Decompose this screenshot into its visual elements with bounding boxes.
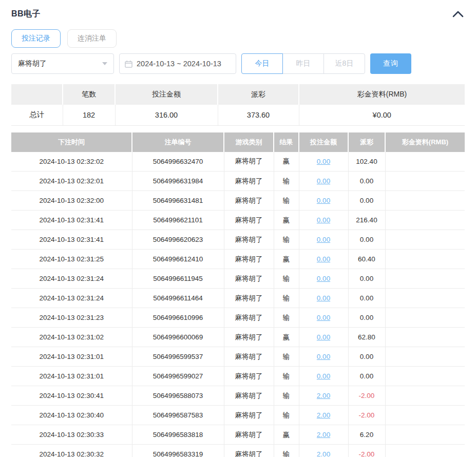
bet-id: 5064996610996 [132,308,224,328]
bet-amount-link[interactable]: 0.00 [317,353,330,360]
table-row: 2024-10-13 02:31:25 5064996612410 麻将胡了 赢… [11,250,465,269]
bet-result: 赢 [274,328,299,347]
table-row: 2024-10-13 02:32:02 5064996632470 麻将胡了 赢… [11,152,465,172]
filter-row: 麻将胡了 2024-10-13 ~ 2024-10-13 今日 昨日 近8日 查… [11,53,465,74]
bonus-value [385,328,465,347]
bet-amount-link[interactable]: 2.00 [317,392,330,399]
summary-total-bonus: ¥0.00 [299,105,465,125]
payout-value: 0.00 [348,269,385,289]
bet-amount-cell: 0.00 [299,172,348,191]
summary-header-bet-amount: 投注金额 [115,84,218,105]
search-button[interactable]: 查询 [370,53,411,74]
bet-amount-cell: 0.00 [299,308,348,328]
summary-header-bonus: 彩金资料(RMB) [299,84,465,105]
bet-amount-link[interactable]: 0.00 [317,314,330,321]
summary-header-row: 笔数 投注金额 派彩 彩金资料(RMB) [11,84,465,105]
game-type: 麻将胡了 [224,250,274,269]
bet-amount-link[interactable]: 2.00 [317,411,330,419]
bet-time: 2024-10-13 02:32:01 [11,172,132,191]
summary-total-bet-amount: 316.00 [115,105,218,125]
table-row: 2024-10-13 02:32:01 5064996631984 麻将胡了 输… [11,172,465,191]
payout-value: 0.00 [348,191,385,211]
table-row: 2024-10-13 02:30:40 5064996587583 麻将胡了 输… [11,406,465,425]
table-row: 2024-10-13 02:31:02 5064996600069 麻将胡了 赢… [11,328,465,347]
today-button[interactable]: 今日 [241,53,283,74]
bet-id: 5064996599537 [132,347,224,367]
bet-result: 输 [274,347,299,367]
bonus-value [385,211,465,230]
table-row: 2024-10-13 02:30:33 5064996583818 麻将胡了 赢… [11,425,465,445]
payout-value: 0.00 [348,367,385,386]
bet-amount-link[interactable]: 0.00 [317,294,330,302]
chevron-down-icon [102,62,107,65]
bonus-value [385,308,465,328]
bet-time: 2024-10-13 02:31:41 [11,211,132,230]
game-type: 麻将胡了 [224,425,274,445]
summary-total-label: 总计 [11,105,63,125]
game-type: 麻将胡了 [224,289,274,308]
bet-time: 2024-10-13 02:31:01 [11,347,132,367]
summary-header-empty [11,84,63,105]
game-type: 麻将胡了 [224,191,274,211]
bonus-value [385,386,465,406]
payout-value: 102.40 [348,152,385,172]
collapse-panel-button[interactable] [451,9,465,18]
bet-amount-link[interactable]: 2.00 [317,450,330,457]
header-game-type: 游戏类别 [224,132,274,152]
bonus-value [385,152,465,172]
bet-amount-cell: 0.00 [299,211,348,230]
game-type: 麻将胡了 [224,308,274,328]
bonus-value [385,269,465,289]
bet-result: 输 [274,289,299,308]
payout-value: 62.80 [348,328,385,347]
bet-amount-cell: 2.00 [299,445,348,457]
bet-amount-cell: 0.00 [299,328,348,347]
game-type: 麻将胡了 [224,445,274,457]
game-type: 麻将胡了 [224,406,274,425]
bet-result: 输 [274,367,299,386]
bet-result: 输 [274,445,299,457]
last-8-days-button[interactable]: 近8日 [323,53,365,74]
bet-amount-cell: 2.00 [299,425,348,445]
page-title: BB电子 [11,9,41,20]
bet-time: 2024-10-13 02:30:40 [11,406,132,425]
tab-cancelled-bets[interactable]: 连消注单 [67,29,117,48]
bet-amount-link[interactable]: 0.00 [317,275,330,282]
game-type: 麻将胡了 [224,347,274,367]
bet-id: 5064996583818 [132,425,224,445]
bet-amount-link[interactable]: 0.00 [317,177,330,185]
yesterday-button[interactable]: 昨日 [282,53,324,74]
bonus-value [385,406,465,425]
records-header-row: 下注时间 注单编号 游戏类别 结果 投注金额 派彩 彩金资料(RMB) [11,132,465,152]
table-row: 2024-10-13 02:30:32 5064996583319 麻将胡了 输… [11,445,465,457]
bet-time: 2024-10-13 02:31:23 [11,308,132,328]
summary-header-payout: 派彩 [218,84,299,105]
table-row: 2024-10-13 02:31:24 5064996611945 麻将胡了 输… [11,269,465,289]
bet-amount-link[interactable]: 0.00 [317,236,330,243]
tab-betting-records[interactable]: 投注记录 [11,29,61,48]
bet-amount-link[interactable]: 0.00 [317,255,330,263]
summary-header-count: 笔数 [63,84,115,105]
bet-result: 输 [274,386,299,406]
bet-amount-cell: 2.00 [299,386,348,406]
bet-id: 5064996599027 [132,367,224,386]
game-type-select[interactable]: 麻将胡了 [11,53,114,74]
bet-amount-link[interactable]: 0.00 [317,158,330,165]
bet-amount-link[interactable]: 2.00 [317,431,330,439]
bet-id: 5064996588073 [132,386,224,406]
payout-value: 0.00 [348,347,385,367]
bet-result: 赢 [274,425,299,445]
bet-amount-link[interactable]: 0.00 [317,333,330,341]
game-type: 麻将胡了 [224,367,274,386]
bet-amount-link[interactable]: 0.00 [317,197,330,204]
bonus-value [385,367,465,386]
table-row: 2024-10-13 02:32:00 5064996631481 麻将胡了 输… [11,191,465,211]
date-range-picker[interactable]: 2024-10-13 ~ 2024-10-13 [119,53,236,74]
bet-amount-link[interactable]: 0.00 [317,372,330,380]
table-row: 2024-10-13 02:31:01 5064996599537 麻将胡了 输… [11,347,465,367]
bonus-value [385,250,465,269]
header-bet-amount: 投注金额 [299,132,348,152]
bonus-value [385,347,465,367]
bet-amount-cell: 0.00 [299,230,348,250]
bet-amount-link[interactable]: 0.00 [317,216,330,224]
